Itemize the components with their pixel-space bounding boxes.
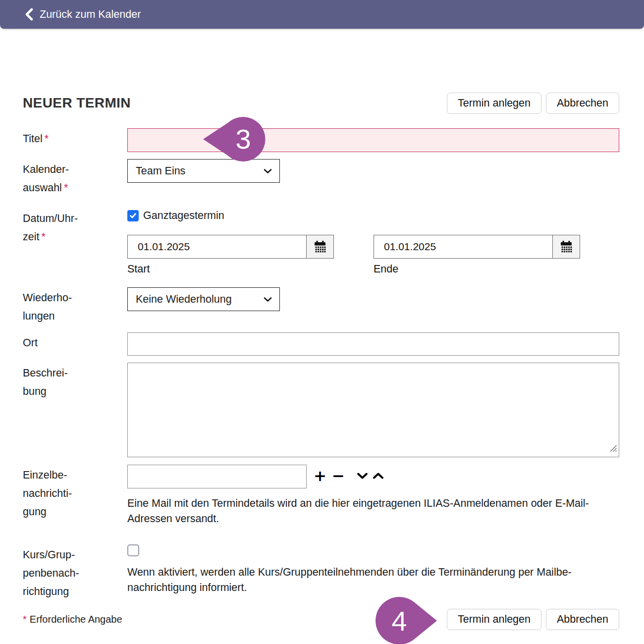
ort-input[interactable] — [127, 332, 619, 356]
back-label: Zurück zum Kalender — [40, 8, 141, 21]
chevron-left-icon — [25, 8, 33, 21]
calendar-icon — [314, 240, 326, 253]
field-row-beschreibung: Beschrei- bung — [23, 363, 619, 457]
field-row-datum: Datum/Uhr- zeit* Ganztagestermin — [23, 208, 619, 275]
titel-input[interactable] — [127, 128, 619, 152]
recurrence-select[interactable]: Keine Wiederholung — [127, 287, 280, 311]
allday-label: Ganztagestermin — [143, 210, 224, 222]
start-date-input[interactable] — [128, 235, 306, 258]
field-row-wiederholungen: Wiederho- lungen Keine Wiederholung — [23, 287, 619, 325]
ort-label: Ort — [23, 332, 127, 352]
chevron-down-icon — [264, 168, 272, 174]
recurrence-select-value: Keine Wiederholung — [136, 293, 232, 306]
required-asterisk: * — [23, 614, 27, 625]
notification-recipient-input[interactable] — [127, 465, 307, 488]
calendar-icon — [560, 240, 573, 253]
required-asterisk: * — [41, 231, 45, 243]
datum-label: Datum/Uhr- zeit* — [23, 208, 127, 246]
cancel-button-bottom[interactable]: Abbrechen — [546, 609, 619, 630]
page-title: NEUER TERMIN — [23, 95, 131, 111]
calendar-select[interactable]: Team Eins — [127, 159, 280, 183]
required-note: *Erforderliche Angabe — [23, 614, 122, 625]
end-calendar-button[interactable] — [552, 235, 580, 258]
calendar-select-value: Team Eins — [136, 165, 185, 177]
kalenderauswahl-label: Kalender- auswahl* — [23, 159, 127, 197]
back-to-calendar-button[interactable]: Zurück zum Kalender — [25, 8, 141, 21]
end-date-field: Ende — [374, 235, 580, 275]
end-date-input[interactable] — [374, 235, 552, 258]
field-row-titel: Titel* — [23, 128, 619, 152]
required-asterisk: * — [45, 133, 49, 145]
topbar: Zurück zum Kalender — [0, 0, 644, 29]
resize-handle[interactable] — [609, 444, 617, 454]
minus-icon[interactable]: − — [332, 468, 345, 483]
field-row-kalenderauswahl: Kalender- auswahl* Team Eins — [23, 159, 619, 197]
move-up-icon[interactable] — [373, 468, 384, 483]
field-row-kursbenachrichtigung: Kurs/Grup- penbenach- richtigung Wenn ak… — [23, 544, 619, 601]
beschreibung-textarea[interactable] — [127, 363, 619, 457]
create-appointment-button-top[interactable]: Termin anlegen — [447, 93, 541, 114]
create-appointment-button-bottom[interactable]: Termin anlegen — [447, 609, 541, 630]
einzelbenachrichtigung-help: Eine Mail mit den Termindetails wird an … — [127, 496, 619, 527]
einzelbenachrichtigung-label: Einzelbe- nachrichti- gung — [23, 465, 127, 521]
required-asterisk: * — [64, 182, 68, 194]
start-calendar-button[interactable] — [306, 235, 333, 258]
field-row-ort: Ort — [23, 332, 619, 356]
kursbenachrichtigung-label: Kurs/Grup- penbenach- richtigung — [23, 544, 127, 601]
field-row-einzelbenachrichtigung: Einzelbe- nachrichti- gung + − — [23, 465, 619, 527]
checkmark-icon — [129, 213, 137, 219]
cancel-button-top[interactable]: Abbrechen — [546, 93, 619, 114]
allday-checkbox[interactable] — [127, 210, 139, 221]
move-down-icon[interactable] — [357, 468, 368, 483]
kursbenachrichtigung-help: Wenn aktiviert, werden alle Kurs/Gruppen… — [127, 565, 619, 595]
group-notification-checkbox[interactable] — [127, 544, 139, 556]
titel-label: Titel* — [23, 128, 127, 148]
wiederholungen-label: Wiederho- lungen — [23, 287, 127, 325]
plus-icon[interactable]: + — [314, 468, 326, 483]
end-caption: Ende — [374, 263, 580, 275]
beschreibung-label: Beschrei- bung — [23, 363, 127, 401]
start-date-field: Start — [127, 235, 334, 275]
start-caption: Start — [127, 263, 334, 275]
chevron-down-icon — [264, 297, 272, 302]
